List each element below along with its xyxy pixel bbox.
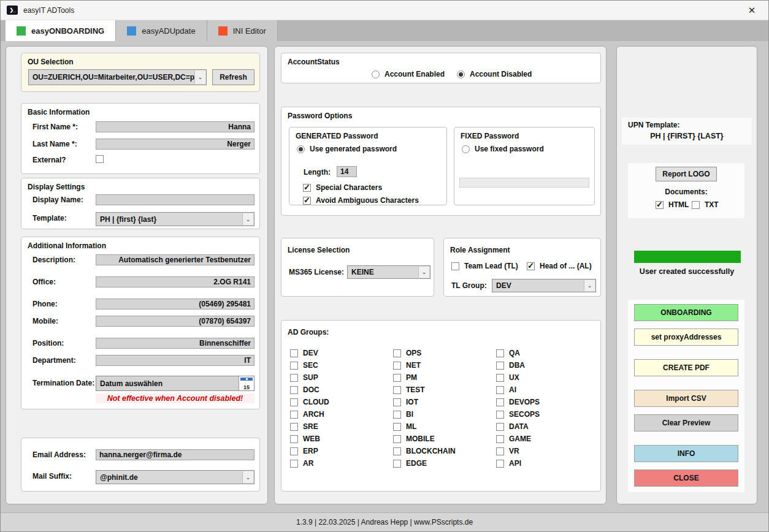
tab-easyadupdate[interactable]: easyADUpdate	[116, 20, 207, 41]
date-picker-value[interactable]: Datum auswählen	[96, 376, 239, 390]
status-text: User created successfully	[617, 267, 757, 276]
termination-date-label: Termination Date:	[33, 379, 94, 387]
chevron-down-icon[interactable]: ⌄	[194, 70, 205, 84]
ad-group-checkbox-ar[interactable]: AR	[290, 459, 313, 468]
chevron-down-icon[interactable]: ⌄	[242, 213, 253, 225]
group-password-options: Password Options GENERATED Password Use …	[281, 107, 601, 216]
txt-checkbox[interactable]: TXT	[692, 200, 719, 209]
last-name-label: Last Name *:	[33, 140, 77, 148]
ad-group-checkbox-secops[interactable]: SECOPS	[496, 410, 540, 419]
ad-group-checkbox-ml[interactable]: ML	[393, 422, 416, 431]
avoid-ambiguous-checkbox[interactable]: Avoid Ambiguous Characters	[303, 196, 419, 205]
ad-group-checkbox-dba[interactable]: DBA	[496, 361, 525, 370]
template-combo[interactable]: PH | {first} {last} ⌄	[96, 212, 254, 226]
checkbox-icon	[393, 374, 401, 382]
email-address-input[interactable]: hanna.nerger@firma.de	[96, 449, 254, 460]
termination-date-picker[interactable]: Datum auswählen 15	[96, 376, 254, 391]
ad-group-checkbox-web[interactable]: WEB	[290, 435, 320, 443]
ad-group-checkbox-sre[interactable]: SRE	[290, 422, 318, 431]
chevron-down-icon[interactable]: ⌄	[418, 267, 429, 278]
tab-color-icon	[17, 26, 26, 36]
description-input[interactable]: Automatisch generierter Testbenutzer	[96, 254, 254, 265]
use-fixed-password-radio[interactable]: Use fixed password	[462, 145, 544, 153]
ad-group-checkbox-test[interactable]: TEST	[393, 386, 425, 394]
password-length-input[interactable]: 14	[337, 166, 357, 177]
position-input[interactable]: Binnenschiffer	[96, 338, 254, 349]
mail-suffix-label: Mail Suffix:	[33, 472, 72, 481]
status-bar: 1.3.9 | 22.03.2025 | Andreas Hepp | www.…	[1, 512, 768, 531]
tab-label: INI Editor	[233, 26, 266, 36]
ad-group-checkbox-cloud[interactable]: CLOUD	[290, 398, 329, 406]
ad-group-checkbox-net[interactable]: NET	[393, 361, 421, 370]
fixed-password-input[interactable]	[459, 178, 589, 188]
checkbox-icon	[290, 460, 298, 468]
ad-group-checkbox-pm[interactable]: PM	[393, 373, 417, 382]
checkbox-icon	[496, 386, 504, 394]
use-generated-password-radio[interactable]: Use generated password	[297, 145, 397, 153]
ad-group-checkbox-data[interactable]: DATA	[496, 422, 529, 431]
ad-group-checkbox-iot[interactable]: IOT	[393, 398, 418, 406]
close-icon[interactable]: ✕	[741, 5, 762, 16]
ad-group-checkbox-sup[interactable]: SUP	[290, 373, 318, 382]
ms365-license-combo[interactable]: KEINE ⌄	[347, 265, 430, 279]
ad-group-checkbox-vr[interactable]: VR	[496, 447, 519, 455]
checkbox-icon	[393, 435, 401, 443]
progress-bar	[634, 251, 741, 263]
action-button-create-pdf[interactable]: CREATE PDF	[634, 359, 738, 376]
chevron-down-icon[interactable]: ⌄	[584, 280, 595, 291]
tl-group-combo[interactable]: DEV ⌄	[492, 279, 596, 292]
display-name-input[interactable]	[96, 194, 254, 205]
first-name-label: First Name *:	[33, 123, 78, 131]
ad-group-checkbox-sec[interactable]: SEC	[290, 361, 318, 370]
account-disabled-radio[interactable]: Account Disabled	[457, 70, 532, 78]
ou-combo[interactable]: OU=ZUERICH,OU=Mitarbeiter,OU=USER,DC=ph …	[28, 69, 207, 85]
action-button-set-proxyaddresses[interactable]: set proxyAddresses	[634, 329, 738, 346]
department-label: Department:	[33, 356, 76, 365]
phone-input[interactable]: (05469) 295481	[96, 298, 254, 310]
checkbox-icon	[96, 155, 104, 163]
ad-group-checkbox-dev[interactable]: DEV	[290, 349, 318, 357]
checkbox-icon	[393, 386, 401, 394]
external-checkbox[interactable]	[96, 155, 104, 163]
ad-group-checkbox-qa[interactable]: QA	[496, 349, 520, 357]
team-lead-checkbox[interactable]: Team Lead (TL)	[451, 262, 518, 270]
ad-group-checkbox-ai[interactable]: AI	[496, 386, 516, 394]
chevron-down-icon[interactable]: ⌄	[242, 471, 253, 483]
ad-group-checkbox-blockchain[interactable]: BLOCKCHAIN	[393, 447, 456, 455]
mail-suffix-combo[interactable]: @phinit.de ⌄	[96, 470, 254, 484]
ad-group-checkbox-ux[interactable]: UX	[496, 373, 519, 382]
action-button-close[interactable]: CLOSE	[634, 469, 738, 487]
mobile-input[interactable]: (07870) 654397	[96, 316, 254, 327]
head-of-checkbox[interactable]: Head of ... (AL)	[527, 262, 592, 270]
ad-group-checkbox-devops[interactable]: DEVOPS	[496, 398, 540, 406]
ad-group-checkbox-edge[interactable]: EDGE	[393, 459, 427, 468]
tab-easyonboarding[interactable]: easyONBOARDING	[6, 20, 116, 41]
ad-group-checkbox-api[interactable]: API	[496, 459, 521, 468]
action-button-import-csv[interactable]: Import CSV	[634, 390, 738, 407]
ad-group-checkbox-doc[interactable]: DOC	[290, 386, 319, 394]
html-checkbox[interactable]: HTML	[656, 200, 689, 209]
action-button-clear-preview[interactable]: Clear Preview	[634, 414, 738, 431]
department-input[interactable]: IT	[96, 355, 254, 366]
ad-group-checkbox-bi[interactable]: BI	[393, 410, 413, 419]
refresh-button[interactable]: Refresh	[212, 69, 254, 85]
report-logo-button[interactable]: Report LOGO	[656, 167, 717, 181]
ad-group-checkbox-ops[interactable]: OPS	[393, 349, 421, 357]
checkbox-icon	[692, 201, 700, 209]
office-input[interactable]: 2.OG R141	[96, 276, 254, 287]
email-address-label: Email Address:	[33, 450, 86, 459]
tab-ini-editor[interactable]: INI Editor	[207, 20, 278, 41]
last-name-input[interactable]: Nerger	[96, 139, 254, 150]
account-enabled-radio[interactable]: Account Enabled	[372, 70, 445, 78]
group-basic-information: Basic Information First Name *: Hanna La…	[21, 103, 260, 174]
first-name-input[interactable]: Hanna	[96, 121, 254, 132]
action-button-info[interactable]: INFO	[634, 445, 738, 462]
ad-group-checkbox-mobile[interactable]: MOBILE	[393, 435, 435, 443]
ad-group-checkbox-erp[interactable]: ERP	[290, 447, 318, 455]
ad-group-checkbox-arch[interactable]: ARCH	[290, 410, 324, 419]
ad-group-checkbox-game[interactable]: GAME	[496, 435, 531, 443]
tab-color-icon	[218, 26, 228, 36]
action-button-onboarding[interactable]: ONBOARDING	[634, 304, 738, 321]
special-characters-checkbox[interactable]: Special Characters	[303, 183, 382, 192]
calendar-icon[interactable]: 15	[239, 376, 254, 390]
